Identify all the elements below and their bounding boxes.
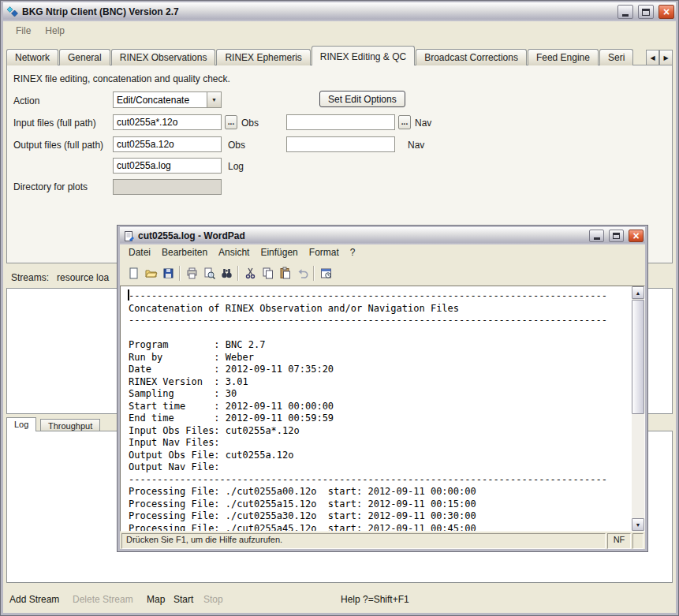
vertical-scrollbar[interactable]: ▲ ▼ [632, 286, 644, 531]
log-line: ----------------------------------------… [129, 315, 630, 327]
bnc-titlebar[interactable]: BKG Ntrip Client (BNC) Version 2.7 × [3, 2, 676, 21]
tab-network[interactable]: Network [6, 49, 58, 65]
document-area[interactable]: ----------------------------------------… [120, 286, 645, 532]
browse-input-obs-button[interactable]: ... [225, 115, 237, 129]
menu-hilfe[interactable]: ? [345, 245, 361, 259]
log-line: Concatenation of RINEX Observation and/o… [129, 303, 630, 315]
output-files-label: Output files (full path) [13, 140, 103, 151]
tab-rinex-ephemeris[interactable]: RINEX Ephemeris [216, 49, 310, 65]
bnc-menubar: File Help [3, 23, 69, 39]
log-line: Processing File: ./cut0255a30.12o start:… [129, 510, 630, 523]
paste-button[interactable] [276, 264, 293, 282]
bottom-action-bar: Add Stream Delete Stream Map Start Stop … [6, 588, 676, 611]
tab-rinex-observations[interactable]: RINEX Observations [111, 49, 216, 65]
menu-bearbeiten[interactable]: Bearbeiten [156, 245, 213, 259]
menu-format[interactable]: Format [304, 245, 345, 259]
menu-datei[interactable]: Datei [123, 245, 156, 259]
tab-serial[interactable]: Seri [599, 49, 633, 65]
log-line: Output Obs File: cut0255a.12o [129, 450, 630, 462]
document-text[interactable]: ----------------------------------------… [121, 286, 632, 531]
open-icon [144, 267, 158, 280]
minimize-button[interactable] [617, 5, 633, 19]
bnc-tabbar: Network General RINEX Observations RINEX… [6, 46, 643, 65]
scroll-up-button[interactable]: ▲ [632, 286, 644, 299]
maximize-button[interactable] [609, 230, 624, 242]
log-line: Program : BNC 2.7 [129, 339, 630, 352]
undo-button [293, 264, 311, 282]
help-button[interactable]: Help ?=Shift+F1 [341, 594, 409, 605]
log-line: Sampling : 30 [129, 388, 630, 401]
log-line [129, 327, 630, 340]
log-line: ----------------------------------------… [129, 474, 630, 487]
save-button[interactable] [159, 264, 177, 282]
chevron-down-icon[interactable]: ▼ [207, 92, 221, 107]
directory-plots-label: Directory for plots [13, 181, 88, 192]
minimize-icon [594, 237, 600, 240]
action-select-value: Edit/Concatenate [114, 95, 207, 106]
output-obs-field[interactable] [113, 136, 222, 152]
input-nav-field[interactable] [286, 114, 395, 130]
undo-icon [296, 267, 309, 280]
copy-button[interactable] [259, 264, 276, 282]
directory-plots-field [113, 179, 222, 195]
stop-button: Stop [203, 594, 223, 605]
output-nav-field[interactable] [286, 136, 395, 152]
log-line: Start time : 2012-09-11 00:00:00 [129, 401, 630, 413]
print-preview-button[interactable] [200, 264, 218, 282]
close-button[interactable]: × [658, 5, 674, 19]
close-button[interactable]: × [629, 230, 644, 242]
input-files-label: Input files (full path) [13, 118, 96, 129]
input-obs-field[interactable] [113, 114, 222, 130]
print-icon [185, 267, 199, 280]
streams-header: Streams: resource loa [11, 272, 109, 283]
menu-einfuegen[interactable]: Einfügen [255, 245, 303, 259]
tab-log[interactable]: Log [6, 417, 36, 431]
tab-scroll-right-button[interactable]: ▶ [659, 50, 673, 65]
new-button[interactable] [125, 264, 142, 282]
tab-broadcast-corrections[interactable]: Broadcast Corrections [416, 49, 527, 65]
minimize-button[interactable] [589, 230, 604, 242]
toolbar-separator [237, 266, 239, 281]
tab-throughput[interactable]: Throughput [40, 419, 100, 431]
wordpad-icon [123, 230, 135, 242]
maximize-icon [613, 233, 620, 239]
start-button[interactable]: Start [173, 594, 193, 605]
paste-icon [278, 267, 292, 280]
menu-ansicht[interactable]: Ansicht [213, 245, 255, 259]
date-time-icon [319, 267, 333, 280]
find-button[interactable] [218, 264, 235, 282]
status-message: Drücken Sie F1, um die Hilfe aufzurufen. [121, 533, 606, 549]
wordpad-titlebar[interactable]: cut0255a.log - WordPad × [120, 227, 645, 245]
nav-label: Nav [415, 118, 431, 129]
set-edit-options-button[interactable]: Set Edit Options [319, 91, 405, 107]
browse-input-nav-button[interactable]: ... [398, 115, 411, 129]
output-log-field[interactable] [113, 158, 222, 174]
map-button[interactable]: Map [147, 594, 165, 605]
toolbar-separator [313, 266, 315, 281]
log-line: Processing File: ./cut0255a45.12o start:… [129, 523, 630, 532]
tab-feed-engine[interactable]: Feed Engine [528, 49, 599, 65]
scroll-down-button[interactable]: ▼ [632, 518, 644, 531]
maximize-button[interactable] [638, 5, 654, 19]
tab-general[interactable]: General [59, 49, 110, 65]
cut-button[interactable] [241, 264, 259, 282]
action-select[interactable]: Edit/Concatenate ▼ [113, 91, 222, 108]
save-icon [162, 267, 175, 280]
add-stream-button[interactable]: Add Stream [9, 594, 59, 605]
menu-file[interactable]: File [11, 24, 35, 38]
log-line: Run by : Weber [129, 352, 630, 364]
cut-icon [244, 267, 257, 280]
screen: BKG Ntrip Client (BNC) Version 2.7 × Fil… [0, 0, 679, 616]
obs-label-output: Obs [228, 140, 245, 151]
tab-scroll-buttons: ◀ ▶ [646, 50, 673, 65]
tab-scroll-left-button[interactable]: ◀ [646, 50, 659, 65]
open-button[interactable] [142, 264, 159, 282]
date-time-button[interactable] [317, 264, 334, 282]
menu-help[interactable]: Help [40, 24, 69, 38]
tab-rinex-editing-qc[interactable]: RINEX Editing & QC [312, 46, 415, 65]
print-button[interactable] [183, 264, 200, 282]
maximize-icon [642, 9, 650, 16]
wordpad-toolbar [120, 260, 645, 286]
log-line: RINEX Version : 3.01 [129, 376, 630, 389]
scroll-thumb[interactable] [632, 300, 644, 414]
